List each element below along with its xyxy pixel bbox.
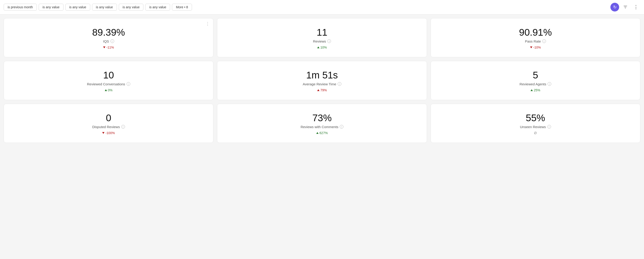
metric-value: 5 bbox=[533, 70, 538, 80]
metric-change: -10% bbox=[530, 45, 541, 49]
filter-chip-0[interactable]: is previous month bbox=[4, 4, 37, 10]
metric-value: 1m 51s bbox=[306, 70, 338, 80]
metric-label: Reviews with Commentsi bbox=[300, 125, 344, 129]
metric-label-text: Disputed Reviews bbox=[92, 125, 120, 129]
change-down-icon bbox=[103, 46, 106, 48]
refresh-button[interactable]: ↻ bbox=[610, 3, 619, 11]
info-icon[interactable]: i bbox=[327, 39, 331, 43]
metric-card-5: 5Reviewed Agentsi25% bbox=[431, 61, 640, 100]
metric-card-1: 11Reviewsi10% bbox=[217, 18, 427, 57]
metric-label: Disputed Reviewsi bbox=[92, 125, 125, 129]
metric-change: 25% bbox=[530, 88, 540, 92]
metric-label-text: Reviews bbox=[313, 39, 326, 43]
metric-label: Reviewsi bbox=[313, 39, 331, 43]
metric-label-text: IQS bbox=[103, 39, 109, 43]
metrics-grid: ⋮89.39%IQSi-11%11Reviewsi10%90.91%Pass R… bbox=[0, 14, 644, 147]
metric-label-text: Average Review Time bbox=[303, 82, 336, 86]
filter-chip-5[interactable]: is any value bbox=[145, 4, 170, 10]
info-icon[interactable]: i bbox=[110, 39, 114, 43]
info-icon[interactable]: i bbox=[338, 82, 341, 86]
metric-label: IQSi bbox=[103, 39, 114, 43]
info-icon[interactable]: i bbox=[542, 39, 546, 43]
change-value: 25% bbox=[534, 88, 540, 92]
metric-label-text: Unseen Reviews bbox=[520, 125, 546, 129]
metric-value: 0 bbox=[106, 113, 111, 123]
filter-button[interactable] bbox=[621, 3, 630, 11]
change-value: 79% bbox=[320, 88, 327, 92]
more-filters-button[interactable]: More • 8 bbox=[172, 4, 192, 10]
change-up-warn-icon bbox=[317, 89, 320, 91]
metric-card-6: 0Disputed Reviewsi-100% bbox=[4, 104, 213, 143]
change-down-icon bbox=[102, 132, 104, 134]
metric-card-8: 55%Unseen Reviewsi∅ bbox=[431, 104, 640, 143]
filter-chip-1[interactable]: is any value bbox=[39, 4, 64, 10]
metric-change: ∅ bbox=[534, 131, 537, 135]
filter-chip-3[interactable]: is any value bbox=[92, 4, 117, 10]
metric-label: Unseen Reviewsi bbox=[520, 125, 551, 129]
metric-card-3: 10Reviewed Conversationsi0% bbox=[4, 61, 213, 100]
metric-label: Reviewed Conversationsi bbox=[87, 82, 130, 86]
metric-value: 73% bbox=[312, 113, 332, 123]
filter-chip-4[interactable]: is any value bbox=[119, 4, 144, 10]
metric-change: 79% bbox=[317, 88, 327, 92]
info-icon[interactable]: i bbox=[548, 82, 551, 86]
change-value: -10% bbox=[533, 45, 541, 49]
metric-change: 0% bbox=[105, 88, 112, 92]
metric-change: -100% bbox=[102, 131, 114, 135]
metric-value: 11 bbox=[317, 27, 328, 38]
change-value: -100% bbox=[106, 131, 114, 135]
change-up-icon bbox=[530, 89, 533, 91]
change-value: 10% bbox=[320, 45, 327, 49]
metric-value: 90.91% bbox=[519, 27, 552, 38]
change-value: 0% bbox=[108, 88, 112, 92]
change-value: 627% bbox=[320, 131, 328, 135]
change-value: -11% bbox=[106, 45, 114, 49]
card-menu-icon[interactable]: ⋮ bbox=[206, 21, 210, 26]
info-icon[interactable]: i bbox=[547, 125, 551, 129]
metric-label: Average Review Timei bbox=[303, 82, 341, 86]
metric-value: 55% bbox=[526, 113, 545, 123]
metric-label-text: Reviewed Agents bbox=[520, 82, 546, 86]
filter-chip-2[interactable]: is any value bbox=[65, 4, 90, 10]
metric-change: -11% bbox=[103, 45, 114, 49]
metric-card-7: 73%Reviews with Commentsi627% bbox=[217, 104, 427, 143]
change-value: ∅ bbox=[534, 131, 537, 135]
info-icon[interactable]: i bbox=[121, 125, 125, 129]
change-up-icon bbox=[105, 89, 107, 91]
metric-change: 627% bbox=[316, 131, 328, 135]
info-icon[interactable]: i bbox=[340, 125, 344, 129]
change-down-icon bbox=[530, 46, 532, 48]
change-up-icon bbox=[317, 46, 320, 48]
metric-label-text: Reviews with Comments bbox=[300, 125, 338, 129]
metric-card-2: 90.91%Pass Ratei-10% bbox=[431, 18, 640, 57]
more-options-button[interactable]: ⋮ bbox=[632, 3, 640, 11]
filter-bar: is previous monthis any valueis any valu… bbox=[0, 0, 644, 14]
change-up-icon bbox=[316, 132, 318, 134]
metric-change: 10% bbox=[317, 45, 327, 49]
metric-card-0: ⋮89.39%IQSi-11% bbox=[4, 18, 213, 57]
metric-label: Pass Ratei bbox=[525, 39, 546, 43]
metric-label-text: Reviewed Conversations bbox=[87, 82, 125, 86]
info-icon[interactable]: i bbox=[126, 82, 130, 86]
metric-label: Reviewed Agentsi bbox=[520, 82, 551, 86]
metric-label-text: Pass Rate bbox=[525, 39, 541, 43]
metric-value: 10 bbox=[103, 70, 114, 80]
metric-card-4: 1m 51sAverage Review Timei79% bbox=[217, 61, 427, 100]
metric-value: 89.39% bbox=[92, 27, 125, 38]
